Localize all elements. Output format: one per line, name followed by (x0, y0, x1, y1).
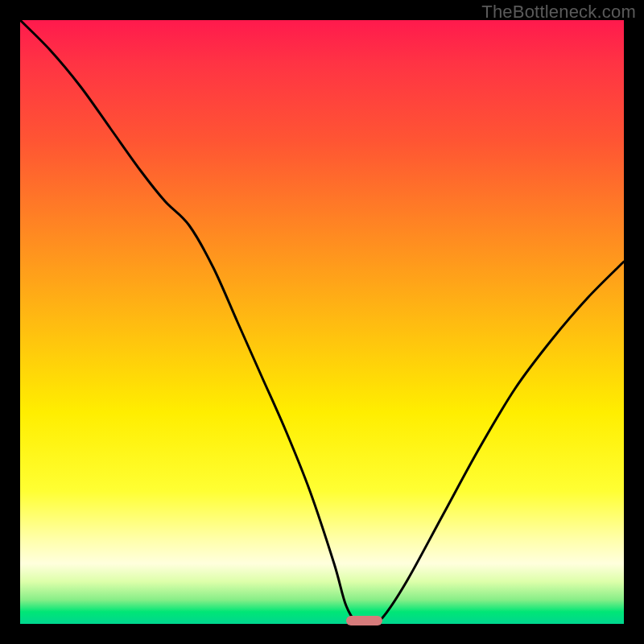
chart-container: TheBottleneck.com (0, 0, 644, 644)
bottleneck-curve (20, 20, 624, 624)
optimal-marker (346, 616, 382, 625)
curve-svg (20, 20, 624, 624)
plot-area (20, 20, 624, 624)
